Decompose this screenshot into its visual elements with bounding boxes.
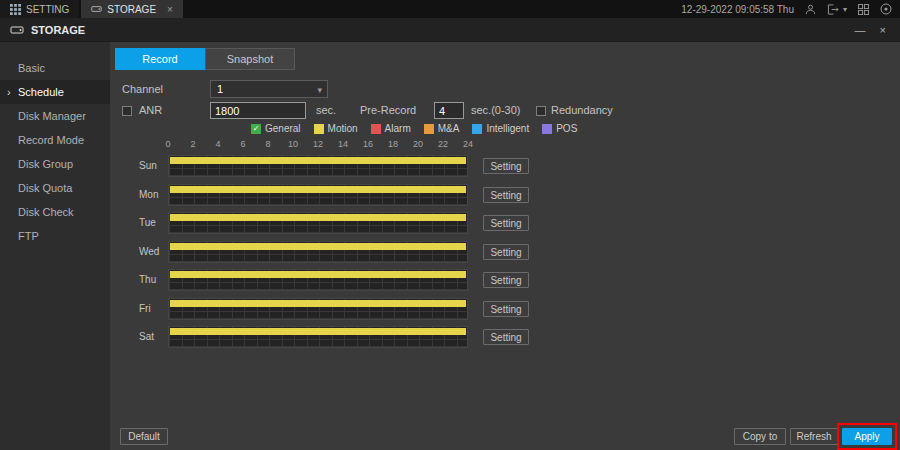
refresh-button[interactable]: Refresh <box>790 428 838 445</box>
general-checkbox-icon[interactable] <box>251 124 261 134</box>
minimize-icon[interactable]: — <box>855 24 866 36</box>
window-controls: — × <box>855 24 890 36</box>
motion-bar <box>170 214 466 221</box>
top-tab-setting-label: SETTING <box>26 4 69 15</box>
redundancy-label: Redundancy <box>551 104 613 116</box>
sidebar-item-record-mode[interactable]: Record Mode <box>0 128 110 152</box>
legend-motion-label: Motion <box>328 123 358 134</box>
day-label: Sun <box>139 160 157 171</box>
setting-button-thu[interactable]: Setting <box>483 272 529 288</box>
schedule-grid-sun[interactable] <box>168 155 468 177</box>
pre-record-unit-label: sec.(0-30) <box>471 104 521 116</box>
schedule-grid-wed[interactable] <box>168 241 468 263</box>
hour-tick: 8 <box>262 139 274 149</box>
sidebar-item-basic[interactable]: Basic <box>0 56 110 80</box>
sidebar: Basic Schedule Disk Manager Record Mode … <box>0 42 110 450</box>
sidebar-item-ftp[interactable]: FTP <box>0 224 110 248</box>
setting-button-wed[interactable]: Setting <box>483 244 529 260</box>
top-tab-setting[interactable]: SETTING <box>0 0 79 18</box>
default-button[interactable]: Default <box>120 428 168 445</box>
chevron-down-icon[interactable]: ▾ <box>843 5 847 14</box>
legend-motion[interactable]: Motion <box>314 123 358 134</box>
channel-dropdown[interactable]: 1 <box>210 80 328 98</box>
day-label: Sat <box>139 331 154 342</box>
redundancy-checkbox[interactable] <box>536 106 546 116</box>
storage-tab-icon <box>91 4 102 14</box>
anr-input[interactable] <box>210 102 306 119</box>
ma-swatch-icon[interactable] <box>424 124 434 134</box>
wheel-icon[interactable] <box>880 3 892 15</box>
setting-button-tue[interactable]: Setting <box>483 215 529 231</box>
sidebar-item-disk-group[interactable]: Disk Group <box>0 152 110 176</box>
channel-value: 1 <box>217 83 223 95</box>
main-panel: Record Snapshot Channel 1 ANR sec. Pre-R… <box>110 42 900 450</box>
schedule-row-sun: Sun Setting <box>110 155 900 177</box>
hour-tick: 12 <box>312 139 324 149</box>
tab-close-icon[interactable]: × <box>167 4 173 15</box>
hour-tick: 6 <box>237 139 249 149</box>
channel-label: Channel <box>122 83 163 95</box>
tab-record[interactable]: Record <box>115 48 205 70</box>
hour-tick: 18 <box>387 139 399 149</box>
system-datetime: 12-29-2022 09:05:58 Thu <box>681 4 794 15</box>
setting-button-sun[interactable]: Setting <box>483 158 529 174</box>
user-icon[interactable] <box>805 4 816 15</box>
schedule-grid-mon[interactable] <box>168 184 468 206</box>
sidebar-item-disk-manager[interactable]: Disk Manager <box>0 104 110 128</box>
top-tab-storage[interactable]: STORAGE × <box>81 0 183 18</box>
alarm-swatch-icon[interactable] <box>371 124 381 134</box>
legend-general[interactable]: General <box>251 123 301 134</box>
schedule-grid-sat[interactable] <box>168 326 468 348</box>
motion-bar <box>170 271 466 278</box>
legend-ma[interactable]: M&A <box>424 123 460 134</box>
intelligent-swatch-icon[interactable] <box>472 124 482 134</box>
pos-swatch-icon[interactable] <box>542 124 552 134</box>
layout-grid-icon[interactable] <box>858 4 869 15</box>
setting-button-fri[interactable]: Setting <box>483 301 529 317</box>
legend-intelligent[interactable]: Intelligent <box>472 123 529 134</box>
schedule-grid-thu[interactable] <box>168 269 468 291</box>
hour-tick: 10 <box>287 139 299 149</box>
legend-general-label: General <box>265 123 301 134</box>
legend-pos[interactable]: POS <box>542 123 577 134</box>
pre-record-input[interactable] <box>434 102 464 119</box>
hour-scale: 0 2 4 6 8 10 12 14 16 18 20 22 24 <box>162 139 474 149</box>
schedule-grid-tue[interactable] <box>168 212 468 234</box>
logout-icon[interactable] <box>827 4 839 15</box>
setting-button-sat[interactable]: Setting <box>483 329 529 345</box>
schedule-row-mon: Mon Setting <box>110 184 900 206</box>
anr-unit-label: sec. <box>316 104 336 116</box>
apply-button[interactable]: Apply <box>842 428 892 445</box>
schedule-row-wed: Wed Setting <box>110 241 900 263</box>
motion-bar <box>170 243 466 250</box>
motion-swatch-icon[interactable] <box>314 124 324 134</box>
legend-alarm[interactable]: Alarm <box>371 123 411 134</box>
motion-bar <box>170 186 466 193</box>
sidebar-item-disk-check[interactable]: Disk Check <box>0 200 110 224</box>
legend-intelligent-label: Intelligent <box>486 123 529 134</box>
setting-button-mon[interactable]: Setting <box>483 187 529 203</box>
tab-snapshot[interactable]: Snapshot <box>205 48 295 70</box>
hour-tick: 16 <box>362 139 374 149</box>
schedule-row-sat: Sat Setting <box>110 326 900 348</box>
close-icon[interactable]: × <box>880 24 886 36</box>
pre-record-label: Pre-Record <box>360 104 416 116</box>
legend-alarm-label: Alarm <box>385 123 411 134</box>
motion-bar <box>170 157 466 164</box>
day-label: Thu <box>139 274 156 285</box>
copy-to-button[interactable]: Copy to <box>734 428 786 445</box>
hour-tick: 14 <box>337 139 349 149</box>
sidebar-item-schedule[interactable]: Schedule <box>0 80 110 104</box>
hour-tick: 24 <box>462 139 474 149</box>
anr-label: ANR <box>139 104 162 116</box>
schedule-row-tue: Tue Setting <box>110 212 900 234</box>
schedule-row-thu: Thu Setting <box>110 269 900 291</box>
top-bar-right: 12-29-2022 09:05:58 Thu ▾ <box>681 3 900 15</box>
legend-ma-label: M&A <box>438 123 460 134</box>
schedule-grid-fri[interactable] <box>168 298 468 320</box>
sidebar-item-disk-quota[interactable]: Disk Quota <box>0 176 110 200</box>
legend-pos-label: POS <box>556 123 577 134</box>
anr-checkbox[interactable] <box>122 106 132 116</box>
day-label: Fri <box>139 303 151 314</box>
hour-tick: 4 <box>212 139 224 149</box>
